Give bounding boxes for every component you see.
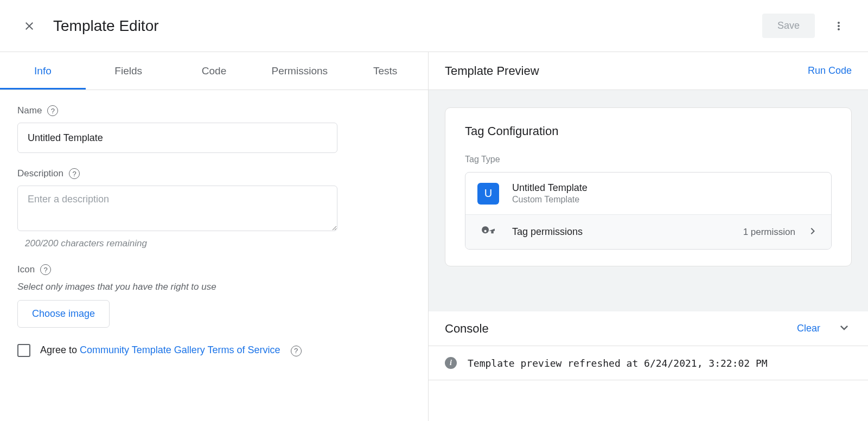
agree-prefix: Agree to xyxy=(40,345,80,355)
tag-name: Untitled Template xyxy=(512,182,819,194)
tab-permissions[interactable]: Permissions xyxy=(257,52,342,90)
tag-type-label: Tag Type xyxy=(465,155,832,164)
tag-permissions-row[interactable]: Tag permissions 1 permission xyxy=(465,214,831,249)
tag-config-title: Tag Configuration xyxy=(465,124,832,138)
char-counter: 200/200 characters remaining xyxy=(25,238,411,249)
console-section: Console Clear i Template preview refresh… xyxy=(429,307,868,380)
agree-text: Agree to Community Template Gallery Term… xyxy=(40,345,302,356)
description-input[interactable] xyxy=(17,186,337,231)
tabs-bar: Info Fields Code Permissions Tests xyxy=(0,52,428,90)
icon-label: Icon ? xyxy=(17,264,411,275)
terms-link[interactable]: Community Template Gallery Terms of Serv… xyxy=(80,345,280,355)
more-menu-button[interactable] xyxy=(826,13,852,39)
key-icon xyxy=(477,225,499,239)
tag-type-row[interactable]: U Untitled Template Custom Template xyxy=(465,173,831,214)
close-button[interactable] xyxy=(16,13,42,39)
help-icon[interactable]: ? xyxy=(47,105,58,116)
choose-image-button[interactable]: Choose image xyxy=(17,300,110,328)
left-pane: Info Fields Code Permissions Tests Name … xyxy=(0,52,429,421)
permissions-count: 1 permission xyxy=(743,227,795,238)
permissions-label: Tag permissions xyxy=(512,226,743,238)
clear-button[interactable]: Clear xyxy=(797,323,820,334)
close-icon xyxy=(23,20,36,33)
name-input[interactable] xyxy=(17,123,337,153)
tag-icon-badge: U xyxy=(477,183,499,205)
icon-hint: Select only images that you have the rig… xyxy=(17,282,411,292)
description-label-text: Description xyxy=(17,168,63,179)
name-label-text: Name xyxy=(17,105,42,116)
expand-console-button[interactable] xyxy=(837,320,852,337)
save-button[interactable]: Save xyxy=(762,14,815,38)
help-icon[interactable]: ? xyxy=(69,168,80,179)
right-pane: Template Preview Run Code Tag Configurat… xyxy=(429,52,868,421)
icon-label-text: Icon xyxy=(17,264,35,275)
run-code-button[interactable]: Run Code xyxy=(808,65,852,76)
description-label: Description ? xyxy=(17,168,411,179)
tab-fields[interactable]: Fields xyxy=(86,52,171,90)
page-title: Template Editor xyxy=(53,17,762,35)
name-label: Name ? xyxy=(17,105,411,116)
help-icon[interactable]: ? xyxy=(291,346,302,356)
tab-tests[interactable]: Tests xyxy=(342,52,428,90)
info-icon: i xyxy=(445,357,457,369)
tag-subtitle: Custom Template xyxy=(512,195,819,205)
console-log-row: i Template preview refreshed at 6/24/202… xyxy=(429,346,868,380)
agree-checkbox[interactable] xyxy=(17,344,30,357)
preview-body: Tag Configuration Tag Type U Untitled Te… xyxy=(429,90,868,307)
tab-code[interactable]: Code xyxy=(171,52,257,90)
kebab-icon xyxy=(832,20,845,33)
help-icon[interactable]: ? xyxy=(40,264,51,275)
tab-info[interactable]: Info xyxy=(0,52,86,90)
console-message: Template preview refreshed at 6/24/2021,… xyxy=(468,358,768,369)
preview-title: Template Preview xyxy=(445,64,539,78)
chevron-down-icon xyxy=(837,320,852,335)
chevron-right-icon xyxy=(806,225,819,239)
console-title: Console xyxy=(445,322,797,336)
tag-config-card: Tag Configuration Tag Type U Untitled Te… xyxy=(445,107,852,266)
editor-header: Template Editor Save xyxy=(0,0,868,52)
